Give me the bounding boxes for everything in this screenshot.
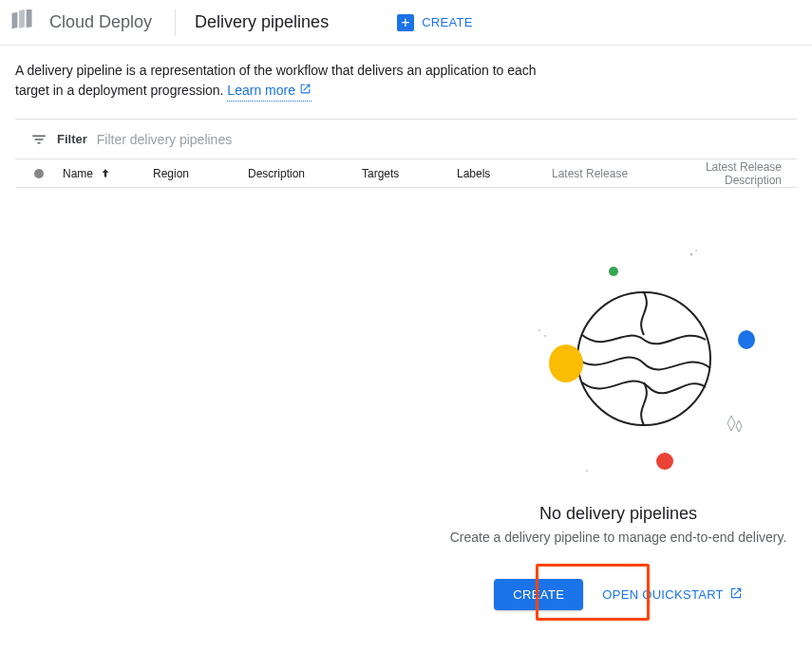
product-title: Cloud Deploy [49,12,175,32]
filter-icon[interactable] [30,131,47,148]
learn-more-label: Learn more [227,81,295,101]
filter-label: Filter [57,132,87,146]
col-targets[interactable]: Targets [362,167,457,180]
table-header-row: Name Region Description Targets Labels L… [15,159,797,188]
svg-point-11 [544,335,546,337]
empty-state-illustration [501,245,767,473]
svg-point-4 [549,344,583,382]
col-labels[interactable]: Labels [457,167,552,180]
svg-point-8 [689,253,692,256]
empty-state-subtitle: Create a delivery pipeline to manage end… [395,530,812,545]
page-header: Cloud Deploy Delivery pipelines + CREATE [0,0,812,46]
svg-rect-1 [19,9,25,28]
col-description[interactable]: Description [248,167,362,180]
col-name-label: Name [63,167,93,180]
plus-icon: + [397,14,414,31]
external-link-icon [729,586,743,603]
page-title: Delivery pipelines [195,12,329,32]
col-region[interactable]: Region [153,167,248,180]
external-link-icon [299,81,312,101]
empty-state: No delivery pipelines Create a delivery … [15,188,797,648]
col-latest-release[interactable]: Latest Release [552,167,656,180]
product-icon [8,9,36,37]
header-divider [175,9,176,36]
status-indicator-header [34,169,44,178]
learn-more-link[interactable]: Learn more [227,81,312,102]
svg-point-12 [585,470,588,473]
create-button-top-label: CREATE [422,15,473,29]
open-quickstart-link[interactable]: OPEN QUICKSTART [602,586,743,603]
create-button[interactable]: CREATE [494,579,583,610]
svg-rect-0 [12,11,18,28]
open-quickstart-label: OPEN QUICKSTART [602,587,724,602]
intro-text: A delivery pipeline is a representation … [15,61,547,102]
col-name[interactable]: Name [63,167,153,180]
filter-input[interactable] [97,132,782,147]
col-latest-release-desc[interactable]: Latest Release Description [656,160,782,187]
svg-point-6 [738,330,755,349]
svg-point-10 [538,329,540,331]
content-area: A delivery pipeline is a representation … [0,46,812,648]
sort-ascending-icon [99,167,112,180]
create-button-top[interactable]: + CREATE [397,14,473,31]
pipelines-table: Filter Name Region Description Targets L… [15,119,797,648]
svg-point-5 [609,267,618,276]
svg-point-7 [656,453,673,470]
svg-rect-2 [27,9,32,28]
empty-state-actions: CREATE OPEN QUICKSTART [395,579,812,610]
filter-bar: Filter [15,120,797,159]
empty-state-title: No delivery pipelines [395,504,812,524]
svg-point-9 [695,250,697,251]
